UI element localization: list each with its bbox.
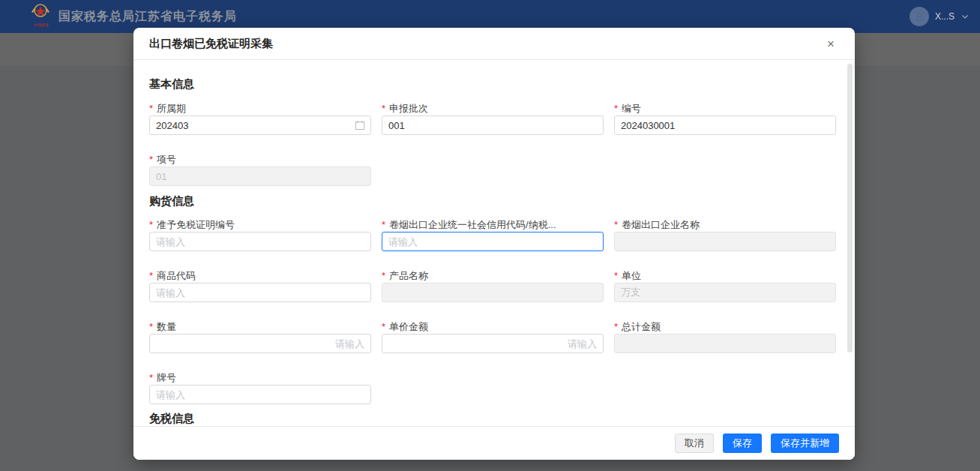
number-input[interactable]: [614, 116, 836, 135]
company-name-input: [614, 232, 836, 251]
commodity-code-input[interactable]: [149, 283, 371, 302]
site-title: 国家税务总局江苏省电子税务局: [58, 9, 237, 25]
required-asterisk: *: [149, 219, 153, 230]
save-button[interactable]: 保存: [723, 434, 762, 453]
product-name-input: [382, 283, 604, 302]
required-asterisk: *: [382, 321, 385, 332]
close-icon[interactable]: ×: [822, 35, 840, 53]
field-label: 商品代码: [157, 270, 196, 281]
field-unit: *单位: [614, 269, 836, 302]
modal-scrollbar[interactable]: [847, 64, 853, 352]
required-asterisk: *: [149, 103, 153, 114]
cancel-button[interactable]: 取消: [675, 434, 714, 453]
total-input: [614, 334, 836, 353]
section-exempt-info: 免税信息: [149, 412, 194, 425]
user-name: X...S: [935, 11, 955, 22]
save-and-add-button[interactable]: 保存并新增: [771, 434, 839, 453]
item-no-input: [149, 166, 371, 186]
logo-caption: 中国税务: [30, 22, 52, 27]
user-menu[interactable]: X...S: [910, 7, 970, 26]
tax-emblem-icon: [30, 2, 51, 22]
required-asterisk: *: [382, 219, 385, 230]
field-label: 项号: [157, 154, 176, 165]
required-asterisk: *: [614, 270, 618, 281]
required-asterisk: *: [149, 372, 153, 383]
required-asterisk: *: [149, 154, 153, 165]
field-total: *总计金额: [614, 320, 836, 353]
required-asterisk: *: [382, 270, 385, 281]
field-period: *所属期: [149, 102, 371, 135]
field-label: 卷烟出口企业统一社会信用代码/纳税...: [389, 219, 556, 230]
required-asterisk: *: [382, 103, 385, 114]
modal-header: 出口卷烟已免税证明采集 ×: [133, 28, 855, 60]
field-item-no: *项号: [149, 153, 371, 186]
field-quantity: *数量: [149, 320, 371, 353]
field-company-name: *卷烟出口企业名称: [614, 218, 836, 251]
modal-title: 出口卷烟已免税证明采集: [149, 37, 273, 51]
tax-bureau-logo: 中国税务: [30, 2, 52, 32]
field-label: 单价金额: [389, 321, 428, 332]
required-asterisk: *: [614, 321, 618, 332]
section-purchase-info: 购货信息: [149, 194, 194, 208]
required-asterisk: *: [149, 321, 153, 332]
avatar[interactable]: [910, 7, 929, 26]
period-input[interactable]: [149, 116, 371, 135]
required-asterisk: *: [614, 219, 618, 230]
modal-footer: 取消 保存 保存并新增: [133, 426, 855, 460]
field-commodity-code: *商品代码: [149, 269, 371, 302]
brand-input[interactable]: [149, 385, 371, 404]
credit-code-input[interactable]: [382, 232, 604, 251]
field-label: 牌号: [157, 372, 176, 383]
field-label: 单位: [622, 270, 641, 281]
field-unit-price: *单价金额: [382, 320, 604, 353]
field-brand: *牌号: [149, 371, 371, 404]
field-number: *编号: [614, 102, 836, 135]
required-asterisk: *: [614, 103, 618, 114]
field-label: 申报批次: [389, 103, 428, 114]
field-product-name: *产品名称: [382, 269, 604, 302]
chevron-down-icon[interactable]: [961, 12, 970, 21]
modal-dialog: 出口卷烟已免税证明采集 × 基本信息 *所属期 *申报批次 *编号: [133, 28, 855, 460]
field-label: 所属期: [157, 103, 186, 114]
field-label: 卷烟出口企业名称: [622, 219, 700, 230]
field-label: 准予免税证明编号: [157, 219, 235, 230]
modal-body: 基本信息 *所属期 *申报批次 *编号 *项号: [133, 61, 855, 426]
batch-input[interactable]: [382, 116, 604, 135]
field-label: 产品名称: [389, 270, 428, 281]
cert-no-input[interactable]: [149, 232, 371, 251]
field-label: 数量: [157, 321, 176, 332]
field-cert-no: *准予免税证明编号: [149, 218, 371, 251]
field-label: 总计金额: [622, 321, 661, 332]
user-icon: [913, 10, 925, 22]
field-credit-code: *卷烟出口企业统一社会信用代码/纳税...: [382, 218, 604, 251]
unit-input: [614, 283, 836, 302]
unit-price-input[interactable]: [382, 334, 604, 353]
section-basic-info: 基本信息: [149, 77, 194, 91]
field-label: 编号: [622, 103, 641, 114]
required-asterisk: *: [149, 270, 153, 281]
quantity-input[interactable]: [149, 334, 371, 353]
field-batch: *申报批次: [382, 102, 604, 135]
